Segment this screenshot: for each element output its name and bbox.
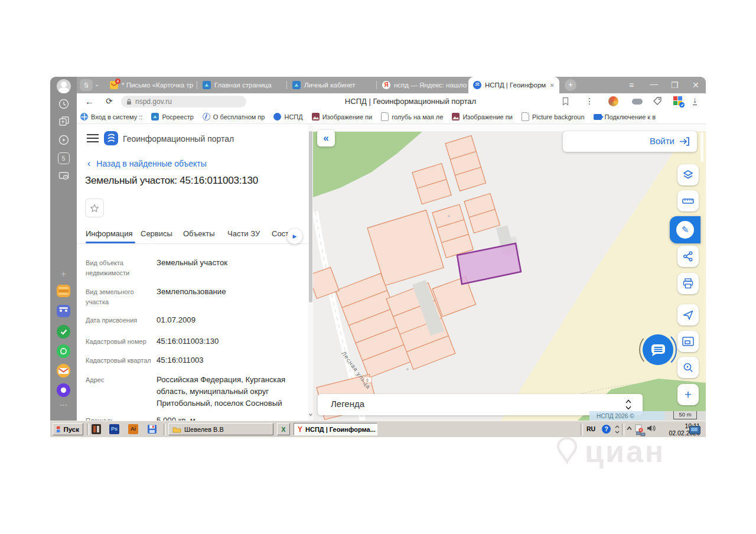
reload-icon[interactable]: ⟳ — [106, 96, 113, 106]
portal-menu-icon[interactable] — [86, 134, 99, 143]
tab-mail[interactable]: 4 * Письмо «Карточка тр — [105, 77, 195, 93]
browser-menu-icon[interactable]: ≡ — [629, 81, 634, 89]
extension-grid-icon[interactable] — [673, 96, 682, 105]
bookmark-item[interactable]: Росреестр — [151, 113, 193, 121]
tab-home[interactable]: Главная страница — [198, 77, 285, 93]
tab-cabinet[interactable]: Личный кабинет — [288, 77, 375, 93]
yandex-icon: Y — [298, 425, 302, 434]
downloads-icon[interactable]: ↓ — [693, 96, 697, 105]
zoom-in-button[interactable]: + — [677, 384, 699, 405]
tab-label: НСПД | Геоинформа — [485, 82, 546, 89]
check-app-icon[interactable] — [50, 325, 77, 338]
globe-icon — [80, 113, 88, 121]
video-icon[interactable] — [50, 134, 77, 146]
show-desktop-icon[interactable] — [689, 426, 700, 434]
sidebar-add-icon[interactable]: + — [50, 269, 77, 279]
bookmark-item[interactable]: голубь на мая ле — [381, 112, 443, 121]
bookmark-item[interactable]: Изображение пи — [452, 113, 512, 121]
minimize-icon[interactable]: — — [650, 80, 658, 88]
tab-information[interactable]: Информация — [86, 229, 133, 238]
profile-avatar[interactable] — [50, 79, 77, 93]
taskbar-excel-button[interactable]: X — [277, 423, 290, 435]
tab-objects[interactable]: Объекты — [183, 229, 215, 238]
scrollbar-down-icon[interactable] — [308, 412, 313, 417]
start-button[interactable]: Пуск — [53, 423, 83, 435]
cian-watermark: циан — [555, 436, 665, 467]
layers-icon — [682, 169, 694, 181]
back-icon[interactable]: ← — [85, 96, 94, 106]
mail-icon[interactable] — [50, 364, 77, 377]
quicklaunch-app-icon[interactable] — [92, 424, 101, 434]
image-icon — [312, 113, 320, 121]
draw-tool-button-active[interactable]: ✎ — [670, 216, 700, 243]
history-icon[interactable] — [50, 98, 77, 110]
print-button[interactable] — [677, 273, 699, 294]
rosreestr-favicon — [203, 81, 211, 89]
chat-widget[interactable] — [637, 329, 679, 370]
extension-tag-icon[interactable] — [653, 96, 663, 106]
measure-button[interactable] — [677, 190, 699, 211]
login-label[interactable]: Войти — [650, 136, 674, 146]
more-icon[interactable]: ⋮ — [585, 96, 594, 106]
portal-title: Геоинформационный портал — [123, 134, 234, 144]
yandex-games-icon[interactable] — [50, 285, 77, 297]
login-bar[interactable]: Войти — [563, 131, 697, 152]
alice-icon[interactable] — [50, 383, 77, 397]
tabs-scroll-right-button[interactable]: ▶ — [287, 229, 302, 244]
sidebar-more-icon[interactable]: ⋯ — [50, 400, 77, 409]
whatsapp-icon[interactable] — [50, 344, 77, 358]
bookmark-item[interactable]: О бесплатном пр — [203, 113, 265, 121]
profile-s-button[interactable]: S — [80, 79, 93, 91]
screenshot-icon[interactable] — [50, 170, 77, 182]
yandex-favicon: Я — [382, 81, 390, 89]
restore-icon[interactable]: ❐ — [671, 81, 679, 89]
legend-expand-icon[interactable] — [625, 399, 632, 411]
tray-scroll-icons[interactable] — [615, 425, 620, 434]
locate-button[interactable] — [677, 304, 699, 325]
favorite-star-button[interactable] — [85, 198, 104, 217]
url-chip[interactable]: nspd.gov.ru — [121, 96, 246, 108]
discord-icon[interactable] — [50, 305, 77, 317]
extension-avatar-icon[interactable] — [608, 96, 618, 106]
layers-button[interactable] — [677, 164, 699, 185]
volume-tray-icon[interactable] — [647, 424, 656, 432]
collections-icon[interactable] — [50, 116, 77, 128]
folder-icon — [172, 426, 181, 433]
close-window-icon[interactable]: ✕ — [692, 81, 699, 89]
profile-chevron-icon[interactable]: ⌄ — [94, 81, 99, 87]
hidden-icons-arrow[interactable] — [627, 426, 632, 431]
five-badge-icon[interactable]: 5 — [50, 152, 77, 164]
tab-services[interactable]: Сервисы — [141, 229, 172, 238]
minimap-button[interactable] — [677, 331, 699, 352]
page-icon — [522, 112, 529, 121]
bookmark-item[interactable]: Изображение пи — [312, 113, 372, 121]
quicklaunch-save-icon[interactable] — [147, 424, 157, 434]
map-viewport[interactable]: Лесная улица 6 « Войти ✎ — [313, 124, 706, 421]
field-row: Кадастровый номер45:16:011003:130 — [86, 336, 299, 347]
tab-yandex-search[interactable]: Я нспд — Яндекс: нашлос — [377, 77, 467, 93]
collapse-panel-button[interactable]: « — [317, 130, 335, 146]
language-indicator[interactable]: RU — [586, 425, 595, 432]
tab-nspd-active[interactable]: НСПД | Геоинформа ✕ — [468, 77, 559, 93]
tab-parts[interactable]: Части ЗУ — [227, 229, 260, 238]
bookmark-item[interactable]: Picture backgroun — [522, 112, 585, 121]
taskbar-task-folder[interactable]: Шевелев В.В — [168, 423, 273, 435]
share-button[interactable] — [677, 246, 699, 267]
taskbar-task-browser[interactable]: Y НСПД | Геоинформа... — [294, 423, 377, 435]
minimap-icon — [682, 336, 695, 347]
bookmark-item[interactable]: Подключение к в — [594, 113, 656, 121]
bookmarks-bar: Вход в систему :: Росреестр О бесплатном… — [77, 110, 706, 124]
back-to-results-link[interactable]: ‹ Назад в найденные объекты — [87, 158, 207, 169]
bookmark-item[interactable]: Вход в систему :: — [80, 113, 142, 121]
bookmark-item[interactable]: НСПД — [273, 113, 302, 121]
extension-oval-icon[interactable] — [632, 99, 643, 105]
new-tab-button[interactable]: + — [565, 79, 576, 91]
bookmark-flag-icon[interactable] — [562, 97, 569, 106]
tab-close-icon[interactable]: ✕ — [550, 82, 555, 89]
quicklaunch-ai-icon[interactable]: Ai — [128, 424, 138, 434]
panel-scrollbar[interactable] — [308, 124, 313, 421]
scrollbar-thumb[interactable] — [309, 131, 312, 302]
search-area-button[interactable] — [677, 357, 699, 378]
help-tray-icon[interactable]: ? — [602, 425, 611, 434]
quicklaunch-ps-icon[interactable]: Ps — [109, 424, 119, 434]
